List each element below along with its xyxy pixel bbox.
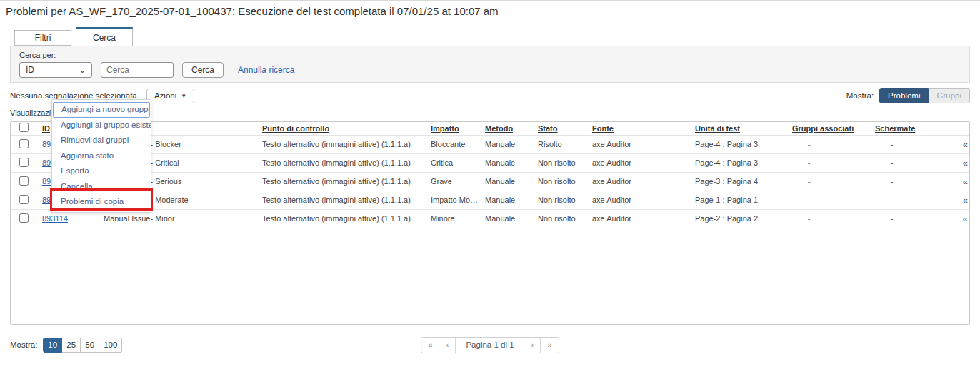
chevron-down-icon: ⌄ (79, 66, 86, 74)
search-button[interactable]: Cerca (182, 62, 224, 78)
collapse-row-icon[interactable]: « (963, 195, 968, 206)
issue-status: Non risolto (535, 209, 589, 228)
column-header-stato[interactable]: Stato (538, 124, 558, 133)
page-title: Problemi per AS_WF_170_2025-07-01_100437… (6, 5, 974, 17)
table-row: 893110 Manual Issue- Blocker Testo alter… (11, 135, 970, 153)
issue-method: Manuale (482, 135, 535, 153)
issue-status: Non risolto (535, 172, 589, 191)
page-size-100-button[interactable]: 100 (99, 338, 122, 353)
issue-groups: - (789, 135, 872, 153)
row-checkbox[interactable] (19, 139, 29, 148)
issue-checkpoint: Testo alternativo (immagini attive) (1.1… (256, 135, 428, 153)
search-field-selected-value: ID (26, 65, 34, 75)
collapse-row-icon[interactable]: « (963, 158, 968, 168)
show-label: Mostra: (846, 91, 874, 100)
issue-method: Manuale (482, 172, 535, 191)
issue-test-unit: Page-1 : Pagina 1 (692, 191, 789, 209)
tab-cerca[interactable]: Cerca (76, 27, 133, 46)
show-problemi-button[interactable]: Problemi (879, 88, 929, 103)
row-checkbox[interactable] (19, 158, 29, 167)
actions-row: Nessuna segnalazione selezionata. Azioni… (10, 88, 970, 103)
column-header-schermate[interactable]: Schermate (875, 124, 915, 133)
issue-impact: Minore (428, 209, 482, 228)
issue-test-unit: Page-2 : Pagina 2 (692, 209, 789, 228)
issue-test-unit: Page-3 : Pagina 4 (692, 172, 789, 191)
issue-screenshots: - (872, 209, 951, 228)
column-header-fonte[interactable]: Fonte (592, 124, 614, 133)
issue-impact: Critica (428, 153, 482, 172)
table-row: 893113 Manual Issue- Moderate Testo alte… (11, 191, 970, 209)
menu-item-aggiorna-stato[interactable]: Aggiorna stato (52, 148, 151, 164)
next-page-button[interactable]: › (525, 337, 541, 353)
column-header-metodo[interactable]: Metodo (485, 124, 513, 133)
first-page-button[interactable]: « (421, 337, 439, 353)
issue-impact: Impatto Moderato (428, 191, 482, 209)
issue-groups: - (789, 209, 872, 228)
collapse-row-icon[interactable]: « (963, 213, 968, 224)
issues-table: ID Punto di controllo Impatto Metodo Sta… (11, 122, 970, 228)
column-header-punto-di-controllo[interactable]: Punto di controllo (262, 124, 329, 133)
page-status-text: Pagina 1 di 1 (456, 337, 524, 353)
collapse-row-icon[interactable]: « (963, 139, 968, 150)
table-row: 893111 Manual Issue- Critical Testo alte… (11, 153, 970, 172)
issue-impact: Bloccante (428, 135, 482, 153)
issue-source: axe Auditor (589, 172, 692, 191)
menu-item-cancella[interactable]: Cancella (52, 179, 151, 195)
issue-source: axe Auditor (589, 135, 692, 153)
issue-id-link[interactable]: 893114 (42, 214, 68, 223)
issue-source: axe Auditor (589, 191, 692, 209)
page-size-10-button[interactable]: 10 (43, 338, 62, 353)
search-panel: Cerca per: ID ⌄ Cerca Annulla ricerca (10, 46, 970, 83)
pager: « ‹ Pagina 1 di 1 › » (421, 337, 559, 353)
row-checkbox[interactable] (19, 213, 29, 223)
issue-impact: Grave (428, 172, 482, 191)
menu-item-rimuovi-dai-gruppi[interactable]: Rimuovi dai gruppi (52, 133, 151, 148)
issue-status: Non risolto (535, 191, 589, 209)
select-all-checkbox[interactable] (19, 123, 29, 132)
table-row: 893112 Manual Issue- Serious Testo alter… (11, 172, 970, 191)
menu-item-aggiungi-al-gruppo-esistente[interactable]: Aggiungi al gruppo esistente (52, 118, 151, 133)
column-header-gruppi-associati[interactable]: Gruppi associati (792, 124, 854, 133)
issue-method: Manuale (482, 191, 535, 209)
actions-dropdown-button[interactable]: Azioni ▼ (146, 89, 194, 103)
page-size-label: Mostra: (10, 340, 37, 349)
issue-groups: - (789, 153, 872, 172)
collapse-row-icon[interactable]: « (963, 176, 968, 187)
row-checkbox[interactable] (19, 195, 29, 204)
column-header-impatto[interactable]: Impatto (431, 124, 459, 133)
issue-screenshots: - (872, 172, 951, 191)
issue-checkpoint: Testo alternativo (immagini attive) (1.1… (256, 209, 428, 228)
page-size-50-button[interactable]: 50 (81, 338, 99, 353)
previous-page-button[interactable]: ‹ (440, 337, 456, 353)
menu-item-aggiungi-a-nuovo-gruppo[interactable]: Aggiungi a nuovo gruppo (53, 102, 150, 118)
show-gruppi-button[interactable]: Gruppi (929, 88, 970, 103)
row-checkbox[interactable] (19, 176, 29, 186)
issue-source: axe Auditor (589, 153, 692, 172)
issue-groups: - (789, 172, 872, 191)
search-by-label: Cerca per: (19, 51, 961, 59)
last-page-button[interactable]: » (541, 337, 559, 353)
search-input[interactable] (101, 62, 174, 78)
cancel-search-link[interactable]: Annulla ricerca (238, 65, 294, 75)
table-header-row: ID Punto di controllo Impatto Metodo Sta… (11, 122, 970, 135)
table-row: 893114 Manual Issue- Minor Testo alterna… (11, 209, 970, 228)
issue-screenshots: - (872, 191, 951, 209)
search-field-select[interactable]: ID ⌄ (19, 62, 92, 78)
actions-dropdown-menu: Aggiungi a nuovo gruppo Aggiungi al grup… (51, 99, 151, 213)
column-header-unita-di-test[interactable]: Unità di test (695, 124, 740, 133)
menu-item-esporta[interactable]: Esporta (52, 163, 151, 179)
column-header-id[interactable]: ID (42, 124, 50, 133)
issue-test-unit: Page-4 : Pagina 3 (692, 153, 789, 172)
issue-screenshots: - (872, 135, 951, 153)
actions-button-label: Azioni (154, 91, 176, 100)
issue-checkpoint: Testo alternativo (immagini attive) (1.1… (256, 153, 428, 172)
issue-screenshots: - (872, 153, 951, 172)
issue-source: axe Auditor (589, 209, 692, 228)
issue-test-unit: Page-4 : Pagina 3 (692, 135, 789, 153)
tab-bar: Filtri Cerca (14, 26, 980, 46)
issue-checkpoint: Testo alternativo (immagini attive) (1.1… (256, 191, 428, 209)
visualizzazione-label: Visualizzazione: (10, 108, 970, 118)
page-size-25-button[interactable]: 25 (62, 338, 81, 353)
menu-item-problemi-di-copia[interactable]: Problemi di copia (52, 194, 151, 210)
tab-filtri[interactable]: Filtri (14, 30, 71, 46)
